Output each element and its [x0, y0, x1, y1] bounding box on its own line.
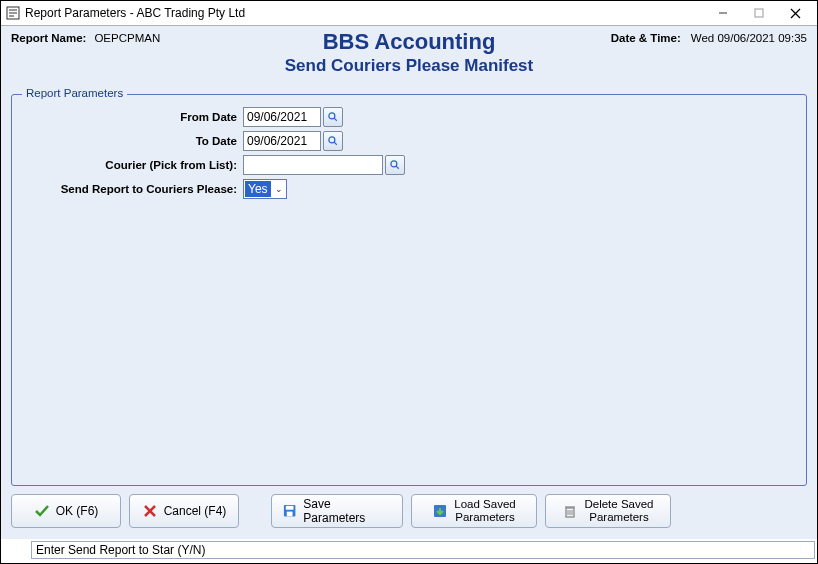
- to-date-label: To Date: [22, 135, 237, 147]
- save-label: Save Parameters: [303, 497, 392, 525]
- status-text: Enter Send Report to Star (Y/N): [31, 541, 815, 559]
- svg-point-7: [329, 137, 335, 143]
- svg-line-8: [334, 142, 337, 145]
- x-icon: [142, 503, 158, 519]
- delete-label: Delete SavedParameters: [584, 498, 653, 523]
- courier-label: Courier (Pick from List):: [22, 159, 237, 171]
- from-date-input[interactable]: [243, 107, 321, 127]
- fieldset-legend: Report Parameters: [22, 87, 127, 99]
- ok-label: OK (F6): [56, 504, 99, 518]
- report-parameters-group: Report Parameters From Date To Date Cour…: [11, 94, 807, 486]
- close-button[interactable]: [777, 2, 813, 24]
- chevron-down-icon: ⌄: [272, 184, 286, 194]
- app-icon: [5, 5, 21, 21]
- load-saved-button[interactable]: Load SavedParameters: [411, 494, 537, 528]
- search-icon: [327, 111, 339, 123]
- datetime-value: Wed 09/06/2021 09:35: [691, 32, 807, 44]
- titlebar: Report Parameters - ABC Trading Pty Ltd: [1, 1, 817, 26]
- svg-line-6: [334, 118, 337, 121]
- load-label: Load SavedParameters: [454, 498, 515, 523]
- courier-lookup-button[interactable]: [385, 155, 405, 175]
- to-date-input[interactable]: [243, 131, 321, 151]
- svg-rect-13: [287, 512, 293, 517]
- report-name-label: Report Name:: [11, 32, 86, 44]
- svg-point-9: [391, 161, 397, 167]
- cancel-button[interactable]: Cancel (F4): [129, 494, 239, 528]
- app-subtitle: Send Couriers Please Manifest: [1, 56, 817, 76]
- check-icon: [34, 503, 50, 519]
- save-parameters-button[interactable]: Save Parameters: [271, 494, 403, 528]
- load-icon: [432, 503, 448, 519]
- save-icon: [282, 503, 297, 519]
- from-date-lookup-button[interactable]: [323, 107, 343, 127]
- cancel-label: Cancel (F4): [164, 504, 227, 518]
- svg-rect-12: [286, 506, 294, 510]
- to-date-lookup-button[interactable]: [323, 131, 343, 151]
- ok-button[interactable]: OK (F6): [11, 494, 121, 528]
- send-report-select[interactable]: Yes ⌄: [243, 179, 287, 199]
- send-report-value: Yes: [245, 181, 271, 197]
- search-icon: [389, 159, 401, 171]
- svg-point-5: [329, 113, 335, 119]
- status-bar: Enter Send Report to Star (Y/N): [1, 539, 817, 563]
- svg-rect-2: [755, 9, 763, 17]
- courier-input[interactable]: [243, 155, 383, 175]
- trash-icon: [562, 503, 578, 519]
- send-report-label: Send Report to Couriers Please:: [22, 183, 237, 195]
- datetime-label: Date & Time:: [611, 32, 681, 44]
- button-row: OK (F6) Cancel (F4) Save Parameters Load…: [1, 494, 817, 528]
- header-row: Report Name: OEPCPMAN Date & Time: Wed 0…: [1, 26, 817, 44]
- minimize-button[interactable]: [705, 2, 741, 24]
- maximize-button[interactable]: [741, 2, 777, 24]
- search-icon: [327, 135, 339, 147]
- delete-saved-button[interactable]: Delete SavedParameters: [545, 494, 671, 528]
- window-title: Report Parameters - ABC Trading Pty Ltd: [25, 6, 705, 20]
- svg-line-10: [396, 166, 399, 169]
- from-date-label: From Date: [22, 111, 237, 123]
- window-controls: [705, 2, 813, 24]
- report-name-value: OEPCPMAN: [94, 32, 160, 44]
